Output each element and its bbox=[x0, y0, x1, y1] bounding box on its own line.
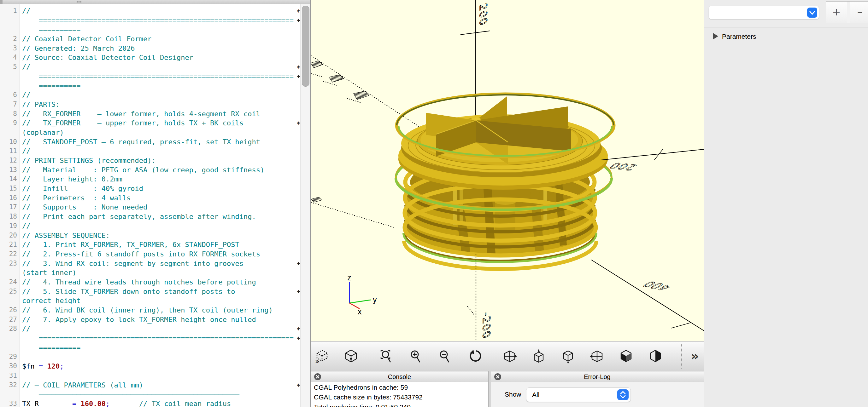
line-number: 4 bbox=[0, 53, 17, 62]
code-row[interactable]: // Layer height: 0.2mm bbox=[22, 174, 300, 184]
code-row[interactable]: correct height bbox=[22, 296, 300, 306]
line-number: 15 bbox=[0, 184, 17, 194]
reset-view-icon[interactable] bbox=[342, 348, 360, 365]
code-row[interactable]: ========== bbox=[22, 343, 300, 352]
zoom-out-icon[interactable] bbox=[436, 348, 454, 365]
code-row[interactable]: // 7. Apply epoxy to lock TX_FORMER heig… bbox=[22, 315, 300, 325]
rotate-view-icon[interactable] bbox=[466, 348, 484, 365]
show-filter-dropdown[interactable]: All bbox=[526, 387, 631, 402]
code-editor[interactable]: 1234567891011121314151617181920212223242… bbox=[0, 0, 310, 407]
code-row[interactable]: ========================================… bbox=[22, 16, 300, 25]
editor-scrollbar-thumb[interactable] bbox=[302, 6, 309, 87]
line-number: 9 bbox=[0, 118, 17, 128]
line-number: 13 bbox=[0, 165, 17, 175]
code-row[interactable]: TX_R = 160.00; // TX coil mean radius bbox=[22, 399, 300, 407]
line-number bbox=[0, 296, 17, 306]
code-row[interactable]: // bbox=[22, 222, 300, 231]
axis-pos-y: 200 bbox=[601, 149, 704, 172]
view-diagonal-icon[interactable] bbox=[617, 348, 635, 365]
console-header[interactable]: Console bbox=[311, 371, 488, 382]
code-row[interactable]: // 1. Print RX_FORMER, TX_FORMER, 6x STA… bbox=[22, 240, 300, 249]
code-row[interactable]: // RX_FORMER — lower former, holds 4-seg… bbox=[22, 109, 300, 119]
code-row[interactable]: // STANDOFF_POST — 6 required, press-fit… bbox=[22, 137, 300, 147]
line-number: 8 bbox=[0, 109, 17, 119]
code-row[interactable]: // 2. Press-fit 6 standoff posts into RX… bbox=[22, 249, 300, 259]
show-filter-value: All bbox=[532, 388, 539, 402]
parameters-section-row[interactable]: Parameters bbox=[704, 27, 868, 46]
code-row[interactable]: ========== bbox=[22, 81, 300, 91]
axis-tick-label-hatched bbox=[311, 197, 322, 202]
line-number bbox=[0, 25, 17, 34]
line-number: 3 bbox=[0, 44, 17, 53]
console-output[interactable]: CGAL Polyhedrons in cache: 59 CGAL cache… bbox=[311, 382, 488, 407]
line-number: 22 bbox=[0, 249, 17, 259]
editor-scrollbar[interactable] bbox=[300, 4, 310, 407]
code-row[interactable]: // — COIL PARAMETERS (all mm)↵ bbox=[22, 380, 300, 390]
view-right-icon[interactable] bbox=[588, 348, 606, 365]
code-row[interactable]: $fn = 120; bbox=[22, 362, 300, 371]
code-row[interactable]: // Perimeters : 4 walls bbox=[22, 194, 300, 203]
code-row[interactable]: // bbox=[22, 91, 300, 100]
zoom-to-fit-icon[interactable] bbox=[378, 348, 396, 365]
view-top-icon[interactable] bbox=[559, 348, 577, 365]
line-number bbox=[0, 81, 17, 91]
view-front-icon[interactable] bbox=[530, 348, 548, 365]
code-row[interactable]: // Coaxial Detector Coil Former bbox=[22, 34, 300, 44]
code-row[interactable]: // 4. Thread wire leads through notches … bbox=[22, 277, 300, 287]
parameters-section-label: Parameters bbox=[722, 27, 756, 46]
code-row[interactable]: // 3. Wind RX coil: segment by segment i… bbox=[22, 259, 300, 268]
code-row[interactable]: //↵ bbox=[22, 324, 300, 334]
add-preset-button[interactable]: + bbox=[827, 2, 846, 23]
console-title: Console bbox=[311, 371, 488, 382]
code-row[interactable]: ────────────────────────────────────────… bbox=[22, 390, 300, 399]
dropdown-stepper-icon bbox=[617, 389, 629, 400]
code-row[interactable]: // ASSEMBLY SEQUENCE: bbox=[22, 231, 300, 240]
code-row[interactable] bbox=[22, 371, 300, 380]
line-number: 20 bbox=[0, 231, 17, 240]
code-row[interactable]: // Infill : 40% gyroid bbox=[22, 184, 300, 194]
code-row[interactable]: ========== bbox=[22, 25, 300, 34]
console-line: Total rendering time: 0:01:50.240 bbox=[314, 403, 411, 407]
errorlog-header[interactable]: Error-Log bbox=[491, 371, 704, 382]
code-row[interactable]: // bbox=[22, 146, 300, 156]
viewport-3d[interactable]: 200 bbox=[311, 0, 704, 341]
code-row[interactable]: ========================================… bbox=[22, 72, 300, 81]
preset-combobox[interactable] bbox=[709, 6, 819, 20]
code-row[interactable]: // PARTS: bbox=[22, 100, 300, 109]
code-row[interactable]: // Generated: 25 March 2026 bbox=[22, 44, 300, 53]
line-number: 19 bbox=[0, 222, 17, 231]
code-row[interactable]: // Supports : None needed bbox=[22, 203, 300, 212]
view-left-icon[interactable] bbox=[501, 348, 519, 365]
toolbar-overflow-button[interactable]: » bbox=[691, 347, 699, 365]
viewport-toolbar: » bbox=[311, 341, 704, 371]
editor-top-splitter[interactable] bbox=[0, 0, 310, 4]
view-all-icon[interactable]: » bbox=[313, 348, 331, 365]
code-row[interactable]: // 5. Slide TX_FORMER down onto standoff… bbox=[22, 287, 300, 297]
line-number: 33 bbox=[0, 399, 17, 407]
view-center-icon[interactable] bbox=[647, 348, 664, 365]
code-row[interactable]: // Print each part separately, assemble … bbox=[22, 212, 300, 222]
code-row[interactable]: // Material : PETG or ASA (low creep, go… bbox=[22, 165, 300, 175]
line-number: 1 bbox=[0, 6, 17, 16]
code-row[interactable]: // 6. Wind BK coil (inner ring), then TX… bbox=[22, 306, 300, 315]
code-row[interactable]: // PRINT SETTINGS (recommended): bbox=[22, 156, 300, 165]
code-row[interactable]: (coplanar) bbox=[22, 128, 300, 137]
axis-x-label: 400 bbox=[639, 279, 675, 292]
code-row[interactable] bbox=[22, 352, 300, 362]
code-row[interactable]: (start inner) bbox=[22, 268, 300, 277]
remove-preset-button[interactable]: – bbox=[850, 2, 868, 23]
code-text-area[interactable]: //↵ ====================================… bbox=[22, 6, 300, 407]
code-row[interactable]: ========================================… bbox=[22, 334, 300, 343]
line-number: 29 bbox=[0, 352, 17, 362]
disclosure-triangle-icon[interactable] bbox=[713, 33, 718, 39]
code-row[interactable]: //↵ bbox=[22, 62, 300, 72]
chevron-down-icon[interactable] bbox=[807, 7, 817, 18]
axis-z-label: 200 bbox=[477, 1, 489, 28]
code-row[interactable]: //↵ bbox=[22, 6, 300, 16]
line-number: 31 bbox=[0, 371, 17, 380]
code-row[interactable]: // Source: Coaxial Detector Coil Designe… bbox=[22, 53, 300, 62]
zoom-in-icon[interactable] bbox=[407, 348, 425, 365]
line-number: 7 bbox=[0, 100, 17, 109]
show-filter-label: Show bbox=[505, 391, 521, 398]
code-row[interactable]: // TX_FORMER — upper former, holds TX + … bbox=[22, 118, 300, 128]
